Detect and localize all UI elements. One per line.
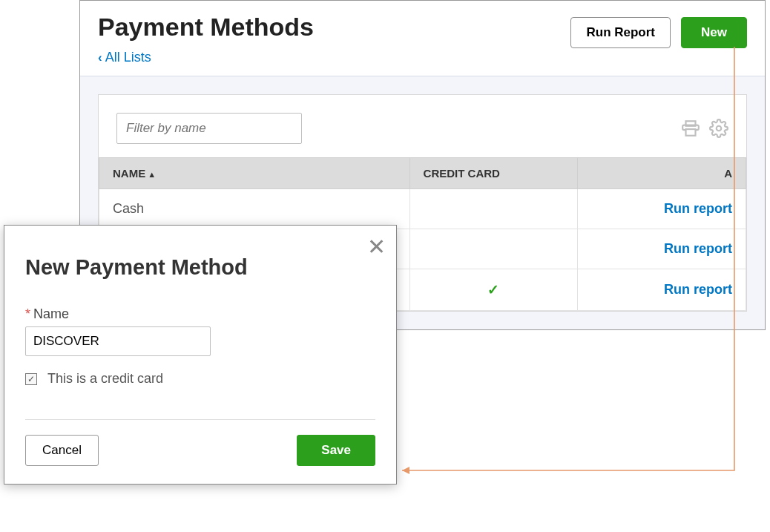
row-cc: ✓: [409, 269, 578, 311]
row-name: Cash: [99, 189, 410, 229]
credit-card-checkbox-row[interactable]: ✓ This is a credit card: [25, 371, 375, 387]
breadcrumb-label: All Lists: [105, 50, 151, 65]
new-button[interactable]: New: [681, 17, 747, 48]
breadcrumb[interactable]: ‹ All Lists: [80, 48, 765, 76]
modal-footer: Cancel Save: [25, 435, 375, 466]
filter-input[interactable]: [116, 113, 302, 144]
row-cc: [409, 189, 578, 229]
check-icon: ✓: [487, 282, 499, 298]
header-bar: Payment Methods Run Report New: [80, 1, 765, 48]
new-payment-method-modal: ✕ New Payment Method *Name ✓ This is a c…: [4, 225, 397, 485]
toolbar: [99, 113, 746, 157]
toolbar-icons: [681, 119, 728, 138]
cancel-button[interactable]: Cancel: [25, 435, 99, 466]
close-icon[interactable]: ✕: [367, 236, 386, 258]
checkbox-icon[interactable]: ✓: [25, 373, 37, 385]
header-actions: Run Report New: [570, 17, 747, 48]
col-header-credit-card[interactable]: CREDIT CARD: [409, 158, 578, 189]
name-input[interactable]: [25, 326, 211, 356]
col-header-action[interactable]: A: [578, 158, 746, 189]
print-icon[interactable]: [681, 119, 700, 138]
table-row: Cash Run report: [99, 189, 746, 229]
required-star-icon: *: [25, 306, 30, 321]
sort-asc-icon: ▲: [148, 170, 156, 179]
credit-card-checkbox-label: This is a credit card: [47, 371, 163, 387]
gear-icon[interactable]: [709, 119, 728, 138]
svg-rect-1: [686, 129, 696, 136]
name-field-label: *Name: [25, 306, 375, 322]
svg-point-2: [717, 126, 722, 131]
modal-title: New Payment Method: [25, 255, 375, 280]
run-report-button[interactable]: Run Report: [570, 17, 671, 48]
row-cc: [409, 229, 578, 269]
row-action-link[interactable]: Run report: [578, 229, 746, 269]
col-header-name[interactable]: NAME▲: [99, 158, 410, 189]
row-action-link[interactable]: Run report: [578, 189, 746, 229]
save-button[interactable]: Save: [297, 435, 375, 466]
modal-divider: [25, 419, 375, 420]
svg-marker-3: [402, 467, 409, 474]
page-title: Payment Methods: [98, 13, 314, 42]
row-action-link[interactable]: Run report: [578, 269, 746, 311]
chevron-left-icon: ‹: [98, 50, 102, 65]
